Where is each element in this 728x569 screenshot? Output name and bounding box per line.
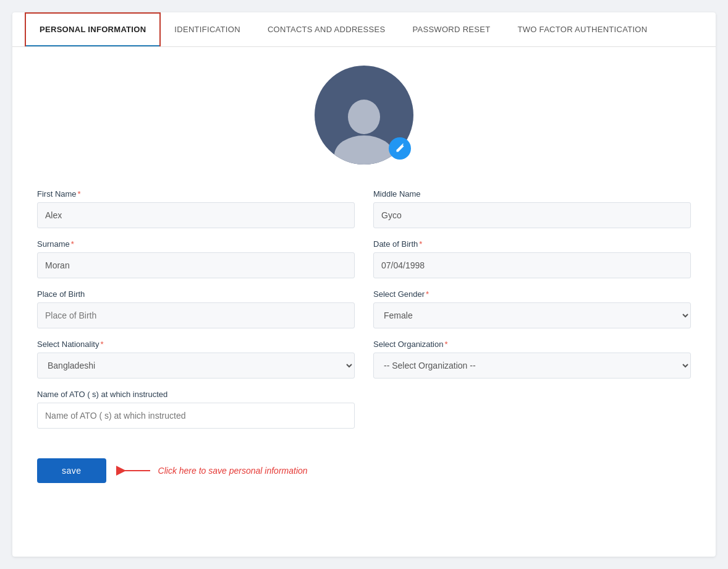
dob-input[interactable] [373, 252, 691, 278]
save-button[interactable]: save [37, 458, 106, 483]
avatar-section [12, 47, 716, 177]
surname-label: Surname* [37, 239, 355, 249]
tab-twofa[interactable]: TWO FACTOR AUTHENTICATION [504, 14, 661, 45]
ato-group: Name of ATO ( s) at which instructed [37, 390, 355, 429]
avatar-silhouette-icon [333, 93, 395, 165]
save-hint-text: Click here to save personal information [158, 466, 308, 476]
organization-group: Select Organization* -- Select Organizat… [373, 340, 691, 379]
required-star-surname: * [71, 239, 74, 249]
gender-select[interactable]: Male Female Other [373, 302, 691, 328]
organization-select[interactable]: -- Select Organization -- Org A Org B [373, 353, 691, 379]
dob-group: Date of Birth* [373, 239, 691, 278]
nationality-label: Select Nationality* [37, 340, 355, 349]
form-row-ato: Name of ATO ( s) at which instructed [37, 390, 691, 429]
form-row-birth-gender: Place of Birth Select Gender* Male Femal… [37, 289, 691, 328]
first-name-input[interactable] [37, 202, 355, 228]
avatar-wrapper [315, 66, 413, 165]
organization-label: Select Organization* [373, 340, 691, 349]
gender-label: Select Gender* [373, 289, 691, 299]
middle-name-group: Middle Name [373, 189, 691, 228]
first-name-group: First Name* [37, 189, 355, 228]
place-of-birth-label: Place of Birth [37, 289, 355, 299]
page-container: PERSONAL INFORMATION IDENTIFICATION CONT… [12, 12, 716, 557]
save-section: save Click here to save personal informa… [12, 452, 716, 489]
save-hint-area: Click here to save personal information [116, 463, 308, 478]
tab-personal[interactable]: PERSONAL INFORMATION [25, 12, 161, 46]
place-of-birth-input[interactable] [37, 302, 355, 328]
tab-contacts[interactable]: CONTACTS AND ADDRESSES [254, 14, 399, 45]
required-star-nationality: * [100, 340, 103, 349]
form-row-nationality-org: Select Nationality* Bangladeshi American… [37, 340, 691, 379]
form-row-name: First Name* Middle Name [37, 189, 691, 228]
required-star-dob: * [419, 239, 422, 249]
middle-name-input[interactable] [373, 202, 691, 228]
select-gender-group: Select Gender* Male Female Other [373, 289, 691, 328]
tabs-bar: PERSONAL INFORMATION IDENTIFICATION CONT… [12, 12, 716, 47]
pencil-icon [395, 143, 405, 153]
dob-label: Date of Birth* [373, 239, 691, 249]
svg-point-1 [334, 135, 394, 165]
required-star-gender: * [426, 289, 429, 299]
ato-input[interactable] [37, 403, 355, 429]
empty-right [373, 390, 691, 429]
tab-identification[interactable]: IDENTIFICATION [161, 14, 254, 45]
surname-group: Surname* [37, 239, 355, 278]
arrow-left-icon [116, 463, 153, 478]
place-of-birth-group: Place of Birth [37, 289, 355, 328]
form-section: First Name* Middle Name Surname* [12, 177, 716, 452]
tab-password[interactable]: PASSWORD RESET [399, 14, 504, 45]
first-name-label: First Name* [37, 189, 355, 199]
nationality-select[interactable]: Bangladeshi American British Indian [37, 353, 355, 379]
required-star-org: * [444, 340, 447, 349]
nationality-group: Select Nationality* Bangladeshi American… [37, 340, 355, 379]
middle-name-label: Middle Name [373, 189, 691, 199]
required-star: * [78, 189, 81, 199]
avatar-edit-button[interactable] [389, 137, 411, 160]
svg-point-0 [348, 100, 380, 134]
surname-input[interactable] [37, 252, 355, 278]
ato-label: Name of ATO ( s) at which instructed [37, 390, 355, 399]
form-row-surname-dob: Surname* Date of Birth* [37, 239, 691, 278]
